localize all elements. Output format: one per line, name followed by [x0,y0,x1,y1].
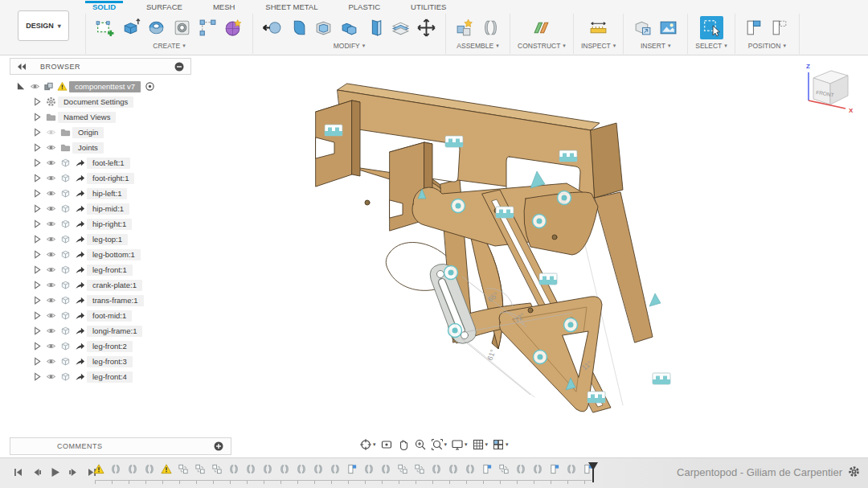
expand-caret-icon[interactable] [31,203,43,214]
joint-icon[interactable] [479,16,502,39]
timeline-feature-joint-21[interactable] [448,463,459,475]
timeline-feature-joint-28[interactable] [566,463,577,475]
timeline-feature-warning-0[interactable] [93,463,104,475]
caret-down-icon[interactable]: ▾ [465,441,468,448]
expand-caret-icon[interactable] [31,249,43,260]
expand-caret-icon[interactable] [31,188,43,199]
move-copy-icon[interactable] [415,16,438,39]
slider-joint-badge[interactable] [653,373,670,384]
group-label-assemble[interactable]: ASSEMBLE▾ [457,42,498,50]
item-label[interactable]: leg-front:3 [87,356,133,367]
visibility-eye-icon[interactable] [27,81,42,92]
timeline-feature-joint-20[interactable] [431,463,442,475]
browser-root-row[interactable]: componenttest v7 [10,79,191,94]
group-label-inspect[interactable]: INSPECT▾ [581,42,616,50]
item-label[interactable]: Named Views [58,112,116,123]
activate-component-radio[interactable] [141,81,158,92]
slider-joint-badge[interactable] [445,136,463,147]
model-foot-left-plate[interactable] [316,100,360,187]
joint-origin-marker[interactable] [534,351,547,364]
expand-caret-icon[interactable] [31,173,43,183]
item-label[interactable]: hip-mid:1 [87,203,129,215]
root-component-label[interactable]: componenttest v7 [69,81,141,92]
item-label[interactable]: foot-right:1 [87,173,134,184]
joint-origin-marker[interactable] [444,266,458,280]
capture-position-icon[interactable] [743,16,766,39]
visibility-eye-icon[interactable] [43,173,58,183]
construction-plane-icon[interactable] [530,16,553,39]
timeline-feature-joint-26[interactable] [532,463,543,475]
orbit-button[interactable]: ▾ [359,438,376,451]
shell-icon[interactable] [312,16,335,39]
new-component-icon[interactable] [453,16,477,39]
visibility-eye-icon[interactable] [43,234,58,244]
slider-joint-badge[interactable] [588,392,605,403]
tab-mesh[interactable]: MESH [211,1,237,13]
timeline-feature-warning-4[interactable] [161,463,172,475]
timeline-feature-pattern-5[interactable] [178,463,189,475]
group-label-select[interactable]: SELECT▾ [695,42,727,50]
visibility-eye-icon[interactable] [43,203,58,214]
visibility-eye-icon[interactable] [43,341,58,351]
pan-button[interactable] [397,438,410,451]
collapse-panel-icon[interactable] [16,62,27,72]
revolve-icon[interactable] [145,16,168,39]
timeline-feature-pattern-7[interactable] [211,463,223,475]
expand-caret-icon[interactable] [31,371,43,382]
timeline-feature-pattern-6[interactable] [194,463,206,475]
timeline-feature-joint-17[interactable] [380,463,391,475]
visibility-eye-icon[interactable] [43,265,58,275]
timeline-feature-flag-23[interactable] [481,463,493,475]
timeline-feature-flag-27[interactable] [549,463,560,475]
timeline-feature-joint-16[interactable] [363,463,375,475]
browser-item-trans-frame-1[interactable]: trans-frame:1 [10,293,191,308]
minimize-panel-icon[interactable] [174,61,185,72]
timeline-feature-joint-1[interactable] [110,463,121,475]
visibility-eye-icon[interactable] [43,188,58,199]
caret-down-icon[interactable]: ▾ [444,441,448,448]
item-label[interactable]: hip-right:1 [87,219,132,230]
visibility-eye-icon[interactable] [43,310,58,321]
browser-item-hip-right-1[interactable]: hip-right:1 [10,216,191,232]
item-label[interactable]: Document Settings [58,96,133,108]
browser-item-longi-frame-1[interactable]: longi-frame:1 [10,323,191,338]
item-label[interactable]: trans-frame:1 [87,295,144,306]
timeline-feature-joint-22[interactable] [465,463,476,475]
expand-caret-icon[interactable] [31,112,43,122]
extrude-icon[interactable] [119,16,142,39]
hole-icon[interactable] [170,16,194,39]
tab-sheet-metal[interactable]: SHEET METAL [263,1,320,13]
press-pull-icon[interactable] [260,16,284,39]
revert-position-icon[interactable] [768,16,792,39]
browser-item-hip-left-1[interactable]: hip-left:1 [10,186,191,201]
slider-joint-badge[interactable] [496,207,514,218]
visibility-eye-icon[interactable] [43,219,58,229]
browser-item-leg-top-1[interactable]: leg-top:1 [10,232,191,247]
visibility-eye-icon[interactable] [43,249,58,260]
timeline-skip-start-button[interactable] [13,466,23,481]
tab-utilities[interactable]: UTILITIES [408,1,448,13]
timeline-feature-joint-25[interactable] [515,463,526,475]
expand-caret-icon[interactable] [31,96,43,107]
display-settings-button[interactable]: ▾ [451,438,468,451]
viewport-canvas[interactable]: 65° 72° 61° 11° Z X FRONT [0,55,868,458]
look-at-button[interactable] [380,438,393,451]
model-hip-frame[interactable] [338,84,623,204]
group-label-construct[interactable]: CONSTRUCT▾ [518,42,566,50]
timeline-feature-joint-8[interactable] [228,463,240,475]
timeline-step-back-button[interactable] [31,466,42,481]
browser-item-foot-left-1[interactable]: foot-left:1 [10,155,191,170]
job-status-gear-icon[interactable] [848,465,860,481]
browser-item-leg-bottom-1[interactable]: leg-bottom:1 [10,247,191,262]
item-label[interactable]: longi-frame:1 [87,326,142,337]
expand-caret-icon[interactable] [31,341,43,351]
replace-face-icon[interactable] [363,16,387,39]
browser-item-foot-right-1[interactable]: foot-right:1 [10,170,191,186]
joint-origin-marker[interactable] [452,199,465,213]
insert-derive-icon[interactable] [631,16,654,39]
item-label[interactable]: Joints [72,142,104,154]
group-label-position[interactable]: POSITION▾ [748,42,786,50]
item-label[interactable]: leg-top:1 [87,234,128,245]
browser-item-crank-plate-1[interactable]: crank-plate:1 [10,277,191,293]
slider-joint-badge[interactable] [539,273,557,285]
